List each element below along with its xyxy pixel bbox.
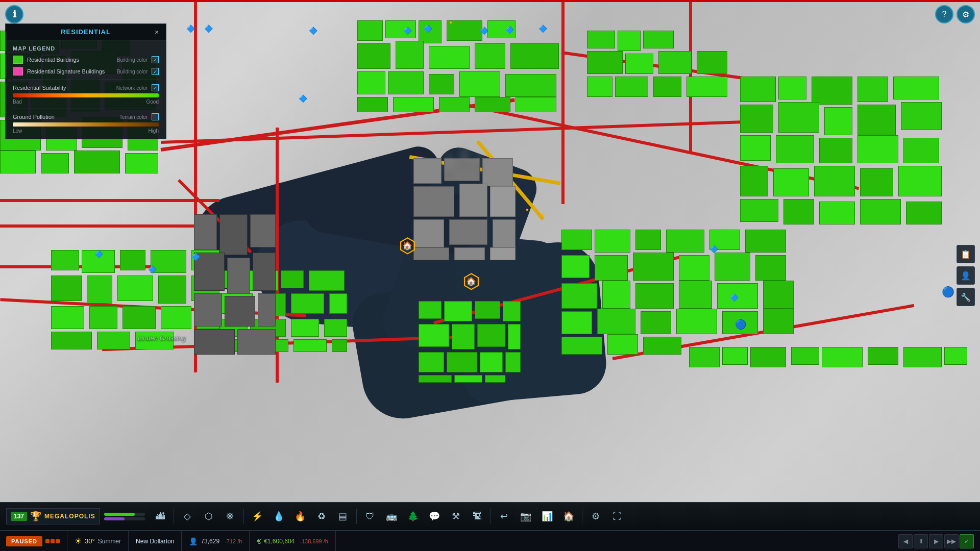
legend-checkbox-res-buildings[interactable] bbox=[152, 56, 159, 63]
money-change-display: -138,699 /h bbox=[300, 538, 328, 544]
season-display: Summer bbox=[98, 538, 121, 545]
legend-label-res-buildings: Residential Buildings bbox=[27, 57, 117, 63]
tb-icon-recycle[interactable]: ♻ bbox=[311, 506, 332, 527]
map-orange-marker-1: ● bbox=[449, 19, 452, 25]
smoke-1 bbox=[444, 148, 454, 179]
rt-icon-2[interactable]: 👤 bbox=[957, 266, 975, 285]
city-population-badge: 137 bbox=[11, 512, 27, 521]
legend-header: RESIDENTIAL × bbox=[6, 24, 166, 40]
temperature-display: 30° bbox=[85, 537, 95, 545]
suitability-bad-label: Bad bbox=[13, 99, 22, 105]
progress-bar-outer-1 bbox=[104, 513, 145, 516]
legend-label-suitability: Residential Suitability bbox=[13, 85, 116, 91]
population-icon: 👤 bbox=[189, 537, 198, 545]
map-info-marker-4: 🔷 bbox=[403, 27, 412, 35]
legend-label-sig-buildings: Residential Signature Buildings bbox=[27, 68, 117, 74]
pollution-low-label: Low bbox=[13, 128, 22, 134]
tb-icon-police[interactable]: 🛡 bbox=[360, 506, 380, 527]
tb-icon-undo[interactable]: ↩ bbox=[494, 506, 514, 527]
progress-bar-outer-2 bbox=[104, 517, 145, 520]
map-info-marker-9: 🔷 bbox=[299, 94, 307, 103]
speed-dot-3 bbox=[56, 539, 60, 543]
tb-icon-map[interactable]: ▤ bbox=[333, 506, 353, 527]
map-info-marker-12: 🔷 bbox=[191, 253, 200, 261]
legend-sublabel-pollution: Terrain color bbox=[119, 114, 148, 120]
legend-checkbox-pollution[interactable] bbox=[152, 113, 159, 120]
tb-icon-construct[interactable]: 🏗 bbox=[467, 506, 487, 527]
status-btn-pause-small[interactable]: ⏸ bbox=[914, 534, 928, 548]
tb-icon-fullscreen[interactable]: ⛶ bbox=[607, 506, 627, 527]
tb-icon-chart[interactable]: 📊 bbox=[537, 506, 557, 527]
res-cluster-topright bbox=[587, 31, 730, 102]
road-v-3 bbox=[561, 0, 565, 204]
tb-icon-shovel[interactable]: ⚒ bbox=[446, 506, 466, 527]
map-info-marker-5: 🔷 bbox=[424, 24, 432, 33]
legend-divider-1 bbox=[13, 80, 159, 80]
map-info-marker-10: 🔷 bbox=[94, 250, 103, 258]
map-orange-marker-3: ● bbox=[541, 212, 544, 217]
legend-close-button[interactable]: × bbox=[152, 27, 162, 37]
map-info-marker-3: 🔷 bbox=[309, 27, 317, 35]
map-info-marker-11: 🔷 bbox=[148, 265, 157, 273]
tb-icon-water[interactable]: 💧 bbox=[268, 506, 289, 527]
tb-icon-chat[interactable]: 💬 bbox=[424, 506, 445, 527]
population-change-display: -712 /h bbox=[225, 538, 242, 544]
status-btn-right[interactable]: ▶ bbox=[929, 534, 943, 548]
tb-icon-house[interactable]: 🏠 bbox=[558, 506, 579, 527]
tb-separator-2 bbox=[243, 509, 244, 524]
tb-icon-park[interactable]: 🌲 bbox=[403, 506, 423, 527]
tb-icon-city[interactable]: 🏙 bbox=[150, 506, 170, 527]
smoke-3 bbox=[475, 143, 485, 173]
res-cluster-lower-center-right bbox=[419, 301, 521, 383]
legend-divider-2 bbox=[13, 109, 159, 109]
tb-icon-transport[interactable]: 🚌 bbox=[381, 506, 402, 527]
tb-icon-fire[interactable]: 🔥 bbox=[290, 506, 310, 527]
status-btn-left[interactable]: ◀ bbox=[898, 534, 913, 548]
road-h-3 bbox=[0, 224, 204, 228]
info-button-topleft[interactable]: ℹ bbox=[5, 5, 23, 23]
tb-icon-zone[interactable]: ◇ bbox=[177, 506, 198, 527]
map-info-marker-6: 🔷 bbox=[480, 27, 488, 35]
rt-icon-3[interactable]: 🔧 bbox=[957, 288, 975, 306]
road-h-2 bbox=[0, 199, 219, 202]
hex-marker-1[interactable]: 🏠 bbox=[397, 234, 418, 257]
pollution-gradient-bar bbox=[13, 122, 159, 127]
legend-section-title: MAP LEGEND bbox=[13, 45, 159, 52]
tb-icon-camera[interactable]: 📷 bbox=[516, 506, 536, 527]
rt-icon-1[interactable]: 📋 bbox=[957, 245, 975, 263]
status-btn-check[interactable]: ✓ bbox=[960, 534, 974, 548]
tb-icon-settings-tb[interactable]: ⚙ bbox=[585, 506, 606, 527]
legend-color-res-buildings bbox=[13, 56, 23, 64]
legend-label-pollution: Ground Pollution bbox=[13, 114, 119, 120]
pause-button[interactable]: PAUSED bbox=[6, 536, 42, 546]
help-button[interactable]: ? bbox=[935, 5, 953, 23]
map-info-marker-1: 🔷 bbox=[186, 24, 195, 33]
status-population-section: 👤 73,629 -712 /h bbox=[182, 531, 250, 551]
tb-icon-road[interactable]: ⬡ bbox=[199, 506, 219, 527]
legend-checkbox-sig-buildings[interactable] bbox=[152, 68, 159, 75]
progress-bar-purple bbox=[104, 517, 125, 520]
city-name-badge: MEGALOPOLIS bbox=[44, 513, 95, 520]
top-right-buttons: ? ⚙ bbox=[935, 5, 975, 23]
sun-icon: ☀ bbox=[75, 536, 82, 546]
legend-panel: RESIDENTIAL × MAP LEGEND Residential Bui… bbox=[5, 23, 166, 139]
legend-row-res-buildings: Residential Buildings Building color bbox=[13, 56, 159, 64]
top-border bbox=[0, 0, 980, 2]
legend-checkbox-suitability[interactable] bbox=[152, 84, 159, 91]
speed-indicator bbox=[45, 539, 60, 543]
legend-title: RESIDENTIAL bbox=[61, 28, 111, 36]
map-info-marker-13: 🔷 bbox=[709, 245, 718, 253]
status-money-section: € €1,600,604 -138,699 /h bbox=[250, 531, 336, 551]
population-display: 73,629 bbox=[201, 538, 219, 545]
bottom-toolbar: 137 🏆 MEGALOPOLIS 🏙 ◇ ⬡ ❋ ⚡ 💧 🔥 ♻ ▤ 🛡 🚌 … bbox=[0, 502, 980, 531]
tb-icon-nature[interactable]: ❋ bbox=[220, 506, 240, 527]
smoke-2 bbox=[459, 138, 470, 168]
settings-button-top[interactable]: ⚙ bbox=[957, 5, 975, 23]
hex-marker-2[interactable]: 🏠 bbox=[461, 269, 481, 293]
progress-bars bbox=[104, 513, 145, 520]
status-btn-double-right[interactable]: ▶▶ bbox=[944, 534, 959, 548]
legend-color-sig-buildings bbox=[13, 67, 23, 76]
tb-icon-electricity[interactable]: ⚡ bbox=[247, 506, 267, 527]
right-toolbar: 📋 👤 🔧 bbox=[957, 245, 975, 306]
legend-section-pollution: Ground Pollution Terrain color Low High bbox=[13, 113, 159, 134]
